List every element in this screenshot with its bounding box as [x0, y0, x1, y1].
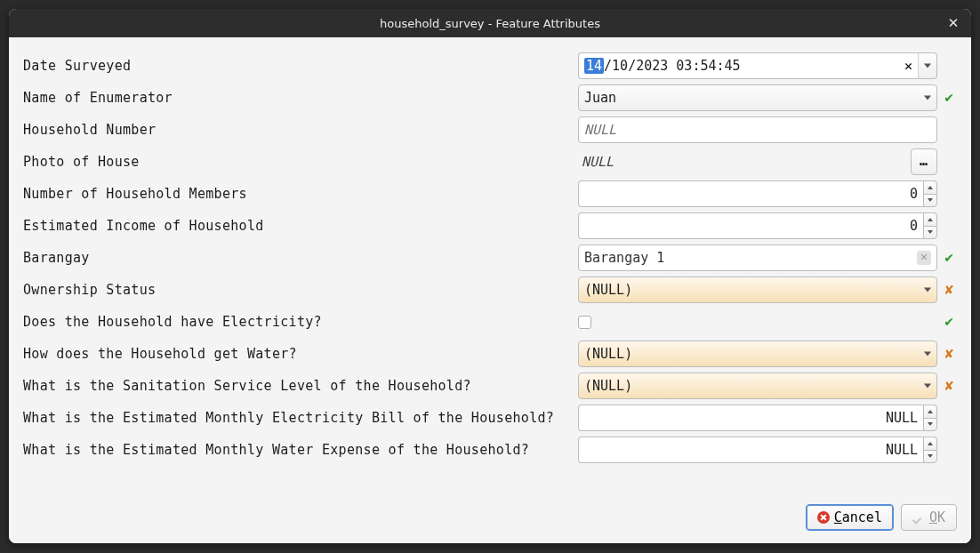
elec-bill-input[interactable]: NULL — [578, 405, 923, 431]
ok-icon — [912, 511, 925, 524]
chevron-down-icon — [924, 64, 931, 68]
label-elec-bill: What is the Estimated Monthly Electricit… — [23, 410, 574, 426]
dialog-window: household_survey - Feature Attributes ✕ … — [9, 9, 971, 543]
titlebar: household_survey - Feature Attributes ✕ — [9, 9, 971, 37]
num-members-up[interactable] — [923, 180, 937, 194]
photo-value: NULL — [578, 154, 905, 170]
water-exp-up[interactable] — [923, 437, 937, 450]
clear-barangay-icon[interactable]: ✕ — [917, 251, 931, 265]
chevron-down-icon — [924, 288, 931, 293]
label-barangay: Barangay — [23, 250, 574, 266]
num-members-down[interactable] — [923, 194, 937, 208]
label-household-number: Household Number — [23, 122, 574, 138]
cancel-label: ancel — [842, 509, 882, 525]
row-enumerator: Name of Enumerator Juan ✔ — [23, 82, 957, 114]
row-water-exp: What is the Estimated Monthly Water Expe… — [23, 434, 957, 466]
ownership-value: (NULL) — [584, 282, 632, 298]
elec-bill-up[interactable] — [923, 405, 937, 418]
ok-label: K — [937, 509, 945, 525]
photo-browse-button[interactable]: … — [911, 148, 937, 175]
row-num-members: Number of Household Members 0 · — [23, 178, 957, 210]
income-value: 0 — [584, 218, 918, 234]
status-ok-icon: ✔ — [941, 251, 957, 265]
content-area: Date Surveyed 14 /10/2023 03:54:45 ✕ — [9, 37, 971, 543]
household-number-input[interactable] — [578, 116, 937, 143]
row-income: Estimated Income of Household 0 · — [23, 210, 957, 242]
enumerator-combo[interactable]: Juan — [578, 84, 937, 111]
row-date-surveyed: Date Surveyed 14 /10/2023 03:54:45 ✕ — [23, 50, 957, 82]
status-warn-icon: ✘ — [941, 347, 957, 361]
income-input[interactable]: 0 — [578, 212, 923, 239]
date-day-segment[interactable]: 14 — [584, 58, 604, 74]
form: Date Surveyed 14 /10/2023 03:54:45 ✕ — [23, 50, 957, 466]
row-household-number: Household Number · — [23, 114, 957, 146]
window-title: household_survey - Feature Attributes — [380, 17, 600, 30]
elec-bill-down[interactable] — [923, 418, 937, 432]
ok-button: OK — [901, 504, 957, 531]
label-water-exp: What is the Estimated Monthly Water Expe… — [23, 442, 574, 458]
label-photo: Photo of House — [23, 154, 574, 170]
elec-bill-value: NULL — [584, 410, 918, 426]
date-surveyed-input[interactable]: 14 /10/2023 03:54:45 ✕ — [578, 52, 918, 79]
row-barangay: Barangay ✕ ✔ — [23, 242, 957, 274]
label-enumerator: Name of Enumerator — [23, 90, 574, 106]
water-exp-value: NULL — [584, 442, 918, 458]
cancel-button[interactable]: Cancel — [806, 504, 894, 531]
num-members-value: 0 — [584, 186, 918, 202]
label-ownership: Ownership Status — [23, 282, 574, 298]
dialog-buttons: Cancel OK — [806, 504, 957, 531]
clear-date-icon[interactable]: ✕ — [904, 58, 912, 74]
chevron-down-icon — [924, 96, 931, 100]
chevron-down-icon — [924, 352, 931, 357]
barangay-field[interactable] — [584, 250, 917, 266]
close-icon[interactable]: ✕ — [944, 14, 962, 32]
row-photo: Photo of House NULL … · — [23, 146, 957, 178]
sanitation-value: (NULL) — [584, 378, 632, 394]
cancel-icon — [817, 511, 830, 524]
row-sanitation: What is the Sanitation Service Level of … — [23, 370, 957, 402]
status-ok-icon: ✔ — [941, 315, 957, 329]
water-exp-down[interactable] — [923, 450, 937, 464]
barangay-input[interactable]: ✕ — [578, 244, 937, 271]
household-number-field[interactable] — [584, 122, 931, 138]
num-members-input[interactable]: 0 — [578, 180, 923, 207]
label-date-surveyed: Date Surveyed — [23, 58, 574, 74]
date-dropdown-button[interactable] — [918, 52, 937, 79]
sanitation-combo[interactable]: (NULL) — [578, 373, 937, 399]
water-exp-input[interactable]: NULL — [578, 437, 923, 463]
enumerator-value: Juan — [584, 90, 616, 106]
label-water: How does the Household get Water? — [23, 346, 574, 362]
status-ok-icon: ✔ — [941, 91, 957, 105]
ownership-combo[interactable]: (NULL) — [578, 276, 937, 303]
water-combo[interactable]: (NULL) — [578, 341, 937, 367]
label-num-members: Number of Household Members — [23, 186, 574, 202]
label-sanitation: What is the Sanitation Service Level of … — [23, 378, 574, 394]
status-warn-icon: ✘ — [941, 283, 957, 297]
row-water: How does the Household get Water? (NULL)… — [23, 338, 957, 370]
income-down[interactable] — [923, 226, 937, 240]
electricity-checkbox[interactable] — [578, 316, 591, 329]
label-income: Estimated Income of Household — [23, 218, 574, 234]
water-value: (NULL) — [584, 346, 632, 362]
date-rest-segment[interactable]: /10/2023 03:54:45 — [604, 58, 741, 74]
chevron-down-icon — [924, 384, 931, 389]
status-warn-icon: ✘ — [941, 379, 957, 393]
row-elec-bill: What is the Estimated Monthly Electricit… — [23, 402, 957, 434]
row-electricity: Does the Household have Electricity? ✔ — [23, 306, 957, 338]
label-electricity: Does the Household have Electricity? — [23, 314, 574, 330]
income-up[interactable] — [923, 212, 937, 226]
row-ownership: Ownership Status (NULL) ✘ — [23, 274, 957, 306]
